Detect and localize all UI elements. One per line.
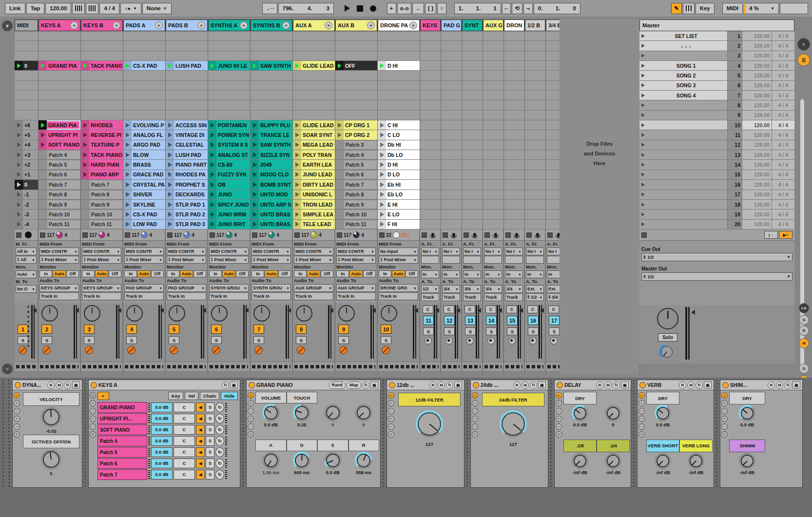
scene-launch-area[interactable] [639,111,728,120]
clip-launch-button[interactable] [293,170,301,179]
scene-tempo[interactable]: 120.00 [742,160,772,169]
empty-clip-slot[interactable] [525,71,545,80]
rail-r-button[interactable]: R [799,326,809,336]
empty-clip-slot[interactable] [378,111,420,120]
clip[interactable]: VINTAGE DI [166,130,208,139]
empty-clip-slot[interactable] [441,150,462,159]
io-chooser[interactable]: MIDI CONTR▼ [336,248,376,255]
clip-launch-button[interactable] [15,170,23,179]
io-chooser[interactable]: Track [484,293,502,301]
clip[interactable]: 0 [15,180,38,189]
device-knob[interactable] [355,404,372,421]
fx-value[interactable]: 0.0 dB [573,422,587,427]
empty-clip-slot[interactable] [420,160,441,169]
track-activator-number[interactable]: 10 [381,325,391,334]
track-header[interactable]: AUX B▼ [335,19,377,31]
empty-clip-slot[interactable] [208,81,250,90]
chain-pan[interactable]: C [174,402,195,412]
clip-launch-button[interactable] [166,160,174,169]
fx-value[interactable]: -inf dB [573,470,587,475]
fader-handle[interactable] [117,308,121,313]
clip-launch-button[interactable] [378,200,386,209]
empty-slot[interactable] [23,81,38,90]
empty-clip-slot[interactable] [251,100,292,110]
scene-launch-area[interactable] [639,100,728,110]
empty-clip-slot[interactable] [525,31,545,40]
io-chooser[interactable]: Track In [82,292,121,300]
clip[interactable]: SPICY JUNO [208,200,250,209]
unfold-icon[interactable]: ▼ [409,21,417,29]
empty-launch-box[interactable] [15,91,23,100]
fader-handle[interactable] [498,308,502,313]
empty-clip-slot[interactable] [420,200,441,209]
scene-row[interactable]: 20120.004 / 4 [639,220,794,230]
clip-launch-button[interactable] [39,120,47,130]
empty-clip-slot[interactable] [441,51,462,60]
clip[interactable]: SIMPLE LEA [293,210,335,219]
clip[interactable]: REVERSE PI [81,130,123,139]
clip-launch-button[interactable] [166,130,174,139]
io-chooser[interactable]: Track In [379,292,418,300]
clip[interactable]: MOOG CLO [251,170,292,179]
scene-signature[interactable]: 4 / 4 [772,61,794,70]
track-activator-number[interactable]: 7 [253,325,264,334]
hot-swap-icon[interactable]: ↻ [696,382,703,389]
clip-launch-button[interactable] [208,150,216,159]
empty-clip-slot[interactable] [335,91,377,100]
empty-clip-slot[interactable] [441,210,462,219]
device-knob[interactable] [688,453,704,469]
empty-clip-slot[interactable] [39,41,80,50]
crossfader-icon[interactable]: ≈ [2,364,13,374]
clip[interactable]: UNTD BRAS [251,220,292,229]
clip-launch-button[interactable] [39,210,47,218]
unfold-icon[interactable]: ▼ [367,21,375,29]
io-chooser[interactable]: In▼ [526,270,544,278]
rail-icon-2[interactable]: − [248,408,254,414]
chain-solo[interactable]: S [206,414,214,423]
clip-stop-button[interactable] [547,232,553,238]
empty-clip-slot[interactable] [441,190,462,199]
empty-clip-slot[interactable] [462,220,483,229]
track-activator-number[interactable]: 8 [296,325,307,334]
empty-clip-slot[interactable] [208,41,250,50]
clip-launch-button[interactable] [208,140,216,150]
empty-clip-slot[interactable] [293,100,335,110]
scene-play-icon[interactable] [641,153,645,157]
track-header[interactable]: KEYS A▼ [39,19,80,31]
clip[interactable]: TELE LEAD [293,220,335,229]
monitor-off-button[interactable]: Off [193,270,206,277]
empty-clip-slot[interactable] [123,31,165,40]
scene-row[interactable]: 18120.004 / 4 [639,200,794,210]
chain-solo[interactable]: S [206,447,214,457]
io-chooser[interactable]: Track In [124,292,164,300]
clip[interactable]: F HI [378,220,420,229]
scene-tempo[interactable]: 120.00 [742,210,772,219]
scene-tempo[interactable]: 120.00 [742,111,772,120]
empty-clip-slot[interactable] [378,100,420,110]
clip[interactable]: BLOW [123,150,165,159]
crossfade-assign-box[interactable]: C [527,306,538,313]
clip-launch-button[interactable] [293,160,301,169]
io-chooser[interactable]: ‡ Post Mixer▼ [209,256,249,264]
empty-clip-slot[interactable] [441,81,462,90]
empty-slot[interactable] [23,41,38,50]
crossfade-assign-box[interactable]: C [464,306,475,313]
clip-launch-button[interactable] [378,180,386,189]
empty-clip-slot[interactable] [525,160,545,169]
rack-tab-hide[interactable]: Hide [221,392,238,400]
monitor-off-button[interactable]: Off [278,270,291,277]
io-chooser[interactable]: SYNTH GROU▼ [251,284,291,292]
clip-launch-button[interactable] [81,130,89,139]
rail-icon-3[interactable]: + [721,416,728,422]
fader-handle[interactable] [245,308,249,313]
clip[interactable]: DIRTY LEAD [293,180,335,189]
clip-launch-button[interactable] [15,150,23,159]
empty-clip-slot[interactable] [335,100,377,110]
clip-stop-button[interactable] [484,232,490,238]
unfold-icon[interactable]: ▼ [325,21,332,29]
loop-switch-icon[interactable]: ⟲ [512,3,522,14]
clip[interactable]: JUNO BRIT [208,220,250,229]
clip-launch-button[interactable] [208,130,216,139]
rail-icon-5[interactable]: ≡ [721,431,728,438]
clip-launch-button[interactable] [81,170,89,179]
